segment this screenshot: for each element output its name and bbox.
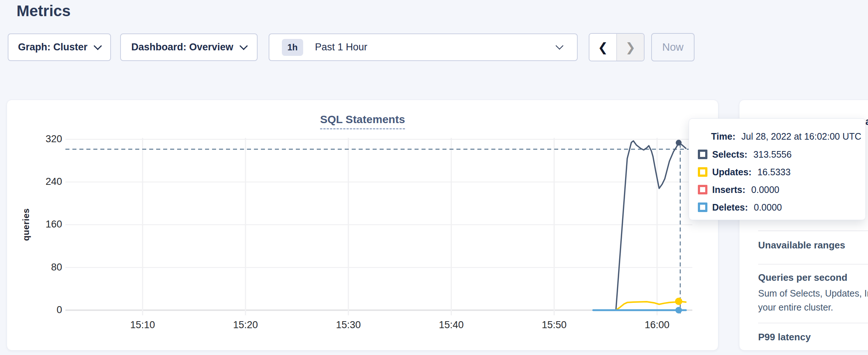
tooltip-series-row: Updates: 16.5333 <box>698 163 865 181</box>
y-tick-label: 0 <box>18 304 62 316</box>
tooltip-series-label: Updates: <box>712 167 752 178</box>
now-button[interactable]: Now <box>651 33 695 61</box>
summary-item-p99-latency: P99 latency <box>758 331 811 343</box>
chart-title-wrap: SQL Statements <box>7 113 718 129</box>
dashboard-dropdown-label: Dashboard: Overview <box>131 42 233 53</box>
tooltip-series-label: Inserts: <box>712 184 745 195</box>
summary-item-description: Sum of Selects, Updates, Inserts, <box>758 288 868 299</box>
now-button-label: Now <box>662 41 684 53</box>
x-tick-label: 15:50 <box>528 319 580 331</box>
y-tick-label: 80 <box>18 262 62 273</box>
next-interval-button[interactable]: ❯ <box>617 34 644 61</box>
divider <box>758 323 868 323</box>
dashboard-dropdown[interactable]: Dashboard: Overview <box>120 33 258 61</box>
chevron-down-icon <box>556 42 563 50</box>
divider <box>758 230 868 231</box>
tooltip-series-row: Inserts: 0.0000 <box>698 181 865 198</box>
tooltip-series-label: Selects: <box>712 149 747 160</box>
tooltip-series-value: 0.0000 <box>751 184 779 195</box>
chevron-left-icon: ❮ <box>598 40 608 54</box>
tooltip-time-label: Time: <box>711 131 735 142</box>
tooltip-series-row: Selects: 313.5556 <box>698 146 865 163</box>
time-range-label: Past 1 Hour <box>315 42 367 53</box>
x-tick-label: 16:00 <box>631 319 683 331</box>
divider <box>758 264 868 265</box>
tooltip-series-value: 0.0000 <box>754 202 782 213</box>
y-tick-label: 320 <box>18 133 62 145</box>
page-title: Metrics <box>17 2 71 20</box>
chevron-right-icon: ❯ <box>625 40 636 54</box>
clipped-text-fragment: a <box>865 116 868 128</box>
x-tick-label: 15:30 <box>323 319 374 331</box>
y-tick-label: 240 <box>18 176 62 187</box>
graph-scope-dropdown-label: Graph: Cluster <box>18 42 87 53</box>
x-tick-label: 15:40 <box>426 319 477 331</box>
tooltip-series-value: 16.5333 <box>757 167 790 178</box>
updates-series-swatch-icon <box>698 167 707 177</box>
tooltip-series-row: Deletes: 0.0000 <box>698 198 865 216</box>
tooltip-time-row: Time: Jul 28, 2022 at 16:02:00 UTC <box>711 128 865 145</box>
chart-hover-tooltip: Time: Jul 28, 2022 at 16:02:00 UTC Selec… <box>689 118 866 220</box>
summary-item-unavailable-ranges: Unavailable ranges <box>758 240 845 251</box>
time-pager: ❮ ❯ <box>589 33 645 61</box>
time-range-badge: 1h <box>282 39 303 56</box>
x-tick-label: 15:10 <box>117 319 168 331</box>
selects-series-swatch-icon <box>698 150 707 159</box>
tooltip-series-label: Deletes: <box>712 202 748 213</box>
time-range-select[interactable]: 1h Past 1 Hour <box>269 33 578 61</box>
chart-title[interactable]: SQL Statements <box>320 113 405 129</box>
x-tick-label: 15:20 <box>220 319 271 331</box>
tooltip-time-value: Jul 28, 2022 at 16:02:00 UTC <box>741 131 861 142</box>
summary-item-queries-per-second: Queries per second <box>758 272 847 283</box>
chevron-down-icon <box>239 42 248 50</box>
previous-interval-button[interactable]: ❮ <box>589 34 617 61</box>
chart-plot-area[interactable] <box>65 133 692 316</box>
metrics-page: Metrics Graph: Cluster Dashboard: Overvi… <box>0 0 868 355</box>
y-tick-label: 160 <box>18 219 62 230</box>
sql-statements-chart-card: SQL Statements queries 320 240 160 80 0 … <box>7 100 718 351</box>
chevron-down-icon <box>94 42 102 50</box>
summary-item-description: your entire cluster. <box>758 302 833 313</box>
deletes-series-swatch-icon <box>698 202 707 212</box>
inserts-series-swatch-icon <box>698 185 707 194</box>
tooltip-series-value: 313.5556 <box>753 149 792 160</box>
graph-scope-dropdown[interactable]: Graph: Cluster <box>8 33 111 61</box>
